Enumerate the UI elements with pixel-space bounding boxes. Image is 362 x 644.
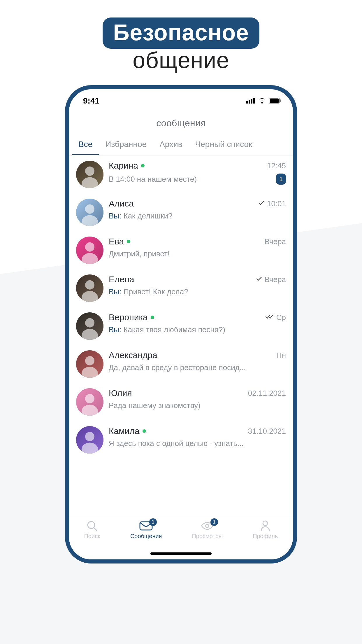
svg-point-26 (85, 394, 94, 403)
promo-bottom: общение (0, 47, 362, 74)
svg-rect-3 (253, 98, 255, 104)
avatar[interactable] (76, 426, 103, 454)
chat-item[interactable]: ЕленаВчераВы: Привет! Как дела? (69, 269, 293, 307)
chat-name: Ева (109, 237, 124, 246)
tabbar-search[interactable]: Поиск (84, 520, 100, 540)
status-time: 9:41 (83, 96, 99, 106)
avatar[interactable] (76, 237, 103, 264)
chat-time: 10:01 (267, 199, 286, 208)
avatar[interactable] (76, 161, 103, 188)
svg-point-14 (85, 242, 94, 252)
chat-preview: Да, давай в среду в ресторане посид... (109, 363, 286, 372)
svg-rect-5 (270, 99, 279, 103)
online-indicator-icon (151, 316, 154, 319)
svg-rect-6 (280, 99, 281, 102)
online-indicator-icon (127, 240, 130, 243)
tab-2[interactable]: Архив (153, 137, 189, 155)
screen-title: сообщения (69, 107, 293, 137)
online-indicator-icon (143, 429, 146, 433)
svg-point-35 (263, 521, 268, 526)
check-icon (256, 276, 262, 283)
tab-3[interactable]: Черный список (189, 137, 259, 155)
battery-icon (269, 96, 281, 106)
check-icon (258, 200, 265, 207)
messages-badge: 1 (149, 518, 157, 526)
chat-item[interactable]: ЕваВчераДмитрий, привет! (69, 231, 293, 269)
chat-name: Елена (109, 274, 134, 284)
avatar[interactable] (76, 199, 103, 226)
svg-point-17 (85, 280, 94, 290)
chat-time: Вчера (265, 237, 286, 246)
double-check-icon (265, 314, 274, 321)
chat-name: Карина (109, 161, 138, 171)
chat-preview: Рада нашему знакомству) (109, 401, 286, 410)
chat-time: Ср (276, 313, 286, 322)
chat-preview: Дмитрий, привет! (109, 249, 286, 258)
status-bar: 9:41 (69, 89, 293, 107)
wifi-icon (258, 96, 266, 106)
tab-1[interactable]: Избранное (99, 137, 153, 155)
tabbar-search-label: Поиск (84, 533, 100, 540)
you-prefix: Вы: (109, 211, 123, 220)
chat-item[interactable]: ВероникаСрВы: Какая твоя любимая песня?) (69, 307, 293, 345)
tabbar-profile[interactable]: Профиль (253, 520, 278, 540)
chat-name: Камила (109, 426, 140, 436)
chat-preview: В 14:00 на нашем месте) (109, 175, 273, 184)
svg-line-32 (94, 528, 97, 531)
chat-list[interactable]: Карина12:45В 14:00 на нашем месте)1Алиса… (69, 155, 293, 459)
online-indicator-icon (141, 164, 145, 167)
avatar[interactable] (76, 388, 103, 416)
envelope-icon: 1 (139, 520, 153, 532)
tabbar-profile-label: Профиль (253, 533, 278, 540)
tabbar-views-label: Просмотры (192, 533, 223, 540)
svg-point-20 (85, 318, 94, 328)
chat-item[interactable]: АлександраПнДа, давай в среду в ресторан… (69, 345, 293, 383)
svg-point-23 (85, 356, 94, 365)
cellular-icon (246, 96, 255, 106)
filter-tabs: ВсеИзбранноеАрхивЧерный список (69, 137, 293, 155)
you-prefix: Вы: (109, 325, 123, 334)
chat-name: Вероника (109, 312, 148, 322)
avatar[interactable] (76, 312, 103, 340)
chat-preview: Вы: Как делишки? (109, 211, 286, 220)
chat-item[interactable]: Алиса10:01Вы: Как делишки? (69, 193, 293, 231)
chat-preview: Вы: Какая твоя любимая песня?) (109, 325, 286, 334)
eye-icon: 1 (201, 520, 214, 532)
avatar[interactable] (76, 274, 103, 302)
svg-point-11 (85, 204, 94, 214)
home-indicator[interactable] (150, 552, 212, 555)
tabbar-messages[interactable]: 1 Сообщения (130, 520, 162, 540)
you-prefix: Вы: (109, 287, 123, 296)
promo-heading: Безопасное общение (0, 0, 362, 74)
chat-time: Вчера (265, 275, 286, 284)
phone-frame: 9:41 сообщения ВсеИзбранноеАрхивЧерный с… (65, 85, 297, 564)
chat-time: 12:45 (267, 161, 286, 170)
svg-rect-1 (249, 100, 250, 104)
svg-point-29 (85, 432, 94, 441)
chat-preview: Я здесь пока с одной целью - узнать... (109, 439, 286, 448)
promo-top: Безопасное (103, 18, 259, 49)
avatar[interactable] (76, 350, 103, 378)
tabbar-messages-label: Сообщения (130, 533, 162, 540)
unread-badge: 1 (276, 174, 286, 185)
search-icon (85, 520, 99, 532)
chat-name: Юлия (109, 388, 132, 398)
tab-0[interactable]: Все (72, 137, 99, 155)
profile-icon (259, 520, 272, 532)
svg-rect-0 (246, 101, 248, 104)
svg-point-34 (206, 524, 209, 527)
chat-item[interactable]: Камила31.10.2021Я здесь пока с одной цел… (69, 421, 293, 459)
chat-time: 02.11.2021 (248, 389, 286, 398)
chat-time: 31.10.2021 (248, 427, 286, 436)
chat-time: Пн (276, 351, 286, 360)
tabbar-views[interactable]: 1 Просмотры (192, 520, 223, 540)
chat-item[interactable]: Юлия02.11.2021Рада нашему знакомству) (69, 383, 293, 421)
chat-name: Александра (109, 350, 157, 360)
svg-rect-2 (251, 99, 252, 104)
views-badge: 1 (210, 518, 218, 526)
svg-point-8 (85, 167, 94, 176)
chat-name: Алиса (109, 199, 134, 209)
chat-preview: Вы: Привет! Как дела? (109, 287, 286, 296)
chat-item[interactable]: Карина12:45В 14:00 на нашем месте)1 (69, 155, 293, 193)
